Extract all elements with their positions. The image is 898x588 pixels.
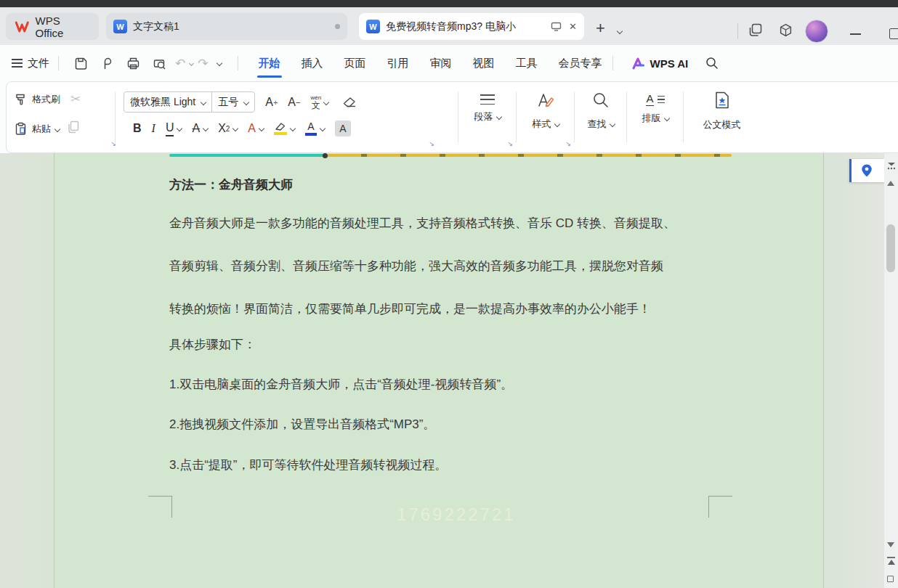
user-avatar[interactable] [805,20,828,43]
superscript-button[interactable]: X2 [218,122,238,135]
docmode-button[interactable]: 公文模式 [687,91,756,131]
pinyin-icon: wén 文 [310,95,321,110]
copy-icon[interactable] [67,121,80,137]
document-workspace[interactable]: 方法一：金舟音频大师 金舟音频大师是一款多功能的音频处理工具，支持音频格式转换、… [0,153,898,588]
ribbon-divider [626,91,627,142]
tab-label: 免费视频转音频mp3? 电脑小 [386,20,545,33]
maximize-button[interactable] [889,28,898,39]
scrollbar-thumb[interactable] [886,224,895,272]
search-icon[interactable] [704,55,720,71]
tab-document-2-active[interactable]: W 免费视频转音频mp3? 电脑小 ✕ [359,13,584,40]
writer-doc-icon: W [366,20,380,33]
tab-member[interactable]: 会员专享 [557,52,604,75]
quickbar-chevron-icon[interactable] [216,60,222,66]
underline-chevron-icon [177,126,182,131]
menubar: 文件 ↶ ↷ 开始 插入 页面 引用 审阅 视图 工具 [0,45,898,81]
scroll-up-arrow-icon[interactable] [887,181,894,186]
tab-page[interactable]: 页面 [343,52,368,75]
previous-page-icon[interactable] [887,557,895,565]
print-preview-icon[interactable] [151,55,167,71]
highlight-button[interactable] [274,122,295,135]
styles-group: 样式 ↘ [520,81,571,152]
paragraph-lines-icon [480,94,495,105]
superscript-chevron-icon [232,126,238,131]
new-tab-chevron-icon[interactable] [617,28,623,34]
layout-button[interactable]: A 排版 [631,93,680,125]
file-menu[interactable]: 文件 [28,57,49,70]
progress-bar-played-segment [169,154,325,157]
cut-icon[interactable]: ✂ [70,91,81,107]
writer-doc-icon: W [113,20,127,33]
scroll-down-arrow-icon[interactable] [887,542,894,547]
device-monitor-icon [551,22,562,31]
styles-launcher-icon[interactable]: ↘ [565,140,571,147]
strikethrough-button[interactable]: A [192,122,208,135]
minimize-button[interactable] [850,33,861,35]
italic-button[interactable]: I [152,122,155,135]
tab-tools[interactable]: 工具 [514,52,539,75]
find-group: 查找 [578,81,623,152]
bold-button[interactable]: B [133,122,142,135]
paragraph-button[interactable]: 段落 [462,94,513,123]
brush-icon [15,93,28,106]
shrink-font-button[interactable]: A− [288,97,300,108]
font-color-letter: A [307,121,314,131]
hamburger-icon[interactable] [12,59,23,68]
margin-corner-mark-right [708,496,732,518]
clipboard-icon [15,122,28,136]
wps-logo-icon [15,20,30,33]
undo-chevron-icon[interactable] [189,60,194,65]
paragraph-group: 段落 ↘ [462,81,513,152]
paste-button[interactable]: 粘贴 [15,122,60,136]
format-painter-button[interactable]: 格式刷 [15,93,60,106]
font-color-chevron-icon [320,126,325,131]
tab-insert[interactable]: 插入 [300,52,325,75]
tab-reference[interactable]: 引用 [386,52,410,75]
paragraph-label: 段落 [474,110,493,123]
3d-box-icon[interactable] [779,23,793,40]
font-color-icon: A [305,121,317,136]
progress-bar-remaining-segment [328,154,732,157]
ribbon-divider [516,91,517,142]
clear-format-button[interactable] [342,97,357,108]
char-shading-button[interactable]: A [335,121,351,136]
wps-ai-button[interactable]: WPS AI [632,57,689,70]
print-icon[interactable] [125,55,141,71]
font-name-select[interactable]: 微软雅黑 Light [124,92,211,112]
font-color-button[interactable]: A [305,121,325,136]
doc-step: 2.拖拽视频文件添加，设置导出音频格式“MP3”。 [169,416,435,433]
redo-icon[interactable]: ↷ [198,56,208,71]
layout-group: A 排版 [631,81,680,152]
new-tab-button[interactable]: + [596,19,605,38]
save-icon[interactable] [73,55,89,71]
tab-review[interactable]: 审阅 [429,52,453,75]
underline-button[interactable]: U [166,121,182,136]
tab-home[interactable]: 开始 [257,52,282,75]
scrollbar-marker-icon[interactable] [887,160,896,173]
locate-panel[interactable] [849,159,884,182]
export-pdf-icon[interactable] [99,55,115,71]
find-chevron-icon [609,121,615,127]
pinyin-chevron-icon [323,99,329,105]
shrink-font-letter: A [288,97,296,108]
grow-font-button[interactable]: A+ [265,97,278,108]
char-border-button[interactable]: A [248,122,264,135]
paragraph-launcher-icon[interactable]: ↘ [507,140,513,147]
wps-ai-icon [632,57,645,70]
undo-icon[interactable]: ↶ [175,56,185,71]
pinyin-guide-button[interactable]: wén 文 [310,95,328,110]
tab-document-1[interactable]: W 文字文稿1 [106,13,347,40]
windows-stack-icon[interactable] [748,23,762,40]
font-launcher-icon[interactable]: ↘ [429,140,434,147]
margin-corner-mark-left [148,496,172,518]
font-size-select[interactable]: 五号 [211,92,254,112]
close-tab-icon[interactable]: ✕ [569,21,577,32]
tab-view[interactable]: 视图 [472,52,496,75]
find-button[interactable]: 查找 [578,91,623,131]
vertical-scrollbar[interactable] [884,153,898,588]
styles-button[interactable]: 样式 [520,91,571,131]
char-border-letter: A [248,122,256,135]
home-button[interactable]: WPS Office [6,13,99,40]
browse-object-icon[interactable] [887,576,894,582]
doc-heading: 方法一：金舟音频大师 [169,176,293,193]
